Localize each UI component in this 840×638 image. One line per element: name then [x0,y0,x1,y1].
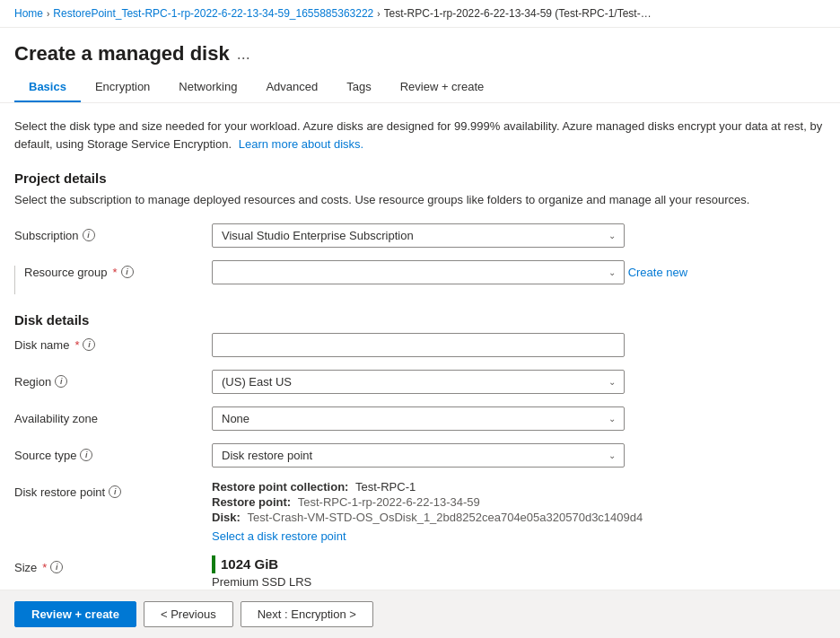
region-info-icon[interactable]: i [55,375,67,388]
next-button[interactable]: Next : Encryption > [241,601,373,627]
subscription-select[interactable]: Visual Studio Enterprise Subscription [212,223,625,248]
size-gib-value: 1024 GiB [212,555,826,573]
subscription-select-wrap: Visual Studio Enterprise Subscription ⌄ [212,223,625,248]
tab-advanced[interactable]: Advanced [251,73,332,102]
tabs: Basics Encryption Networking Advanced Ta… [0,73,840,103]
create-new-link[interactable]: Create new [628,266,687,279]
resource-group-vertical-line [14,266,15,294]
availability-zone-select[interactable]: None [212,406,625,431]
disk-restore-point-label: Disk restore point i [14,480,212,499]
source-type-control: Disk restore point ⌄ [212,443,826,468]
availability-zone-label: Availability zone [14,406,212,425]
subscription-control: Visual Studio Enterprise Subscription ⌄ [212,223,826,248]
availability-zone-select-wrap: None ⌄ [212,406,625,431]
restore-point-collection-line: Restore point collection: Test-RPC-1 [212,480,826,494]
review-create-button[interactable]: Review + create [14,601,136,627]
subscription-info-icon[interactable]: i [83,229,95,241]
main-content: Select the disk type and size needed for… [0,118,840,633]
tab-review-create[interactable]: Review + create [386,73,499,102]
region-label: Region i [14,370,212,389]
section-project-details-title: Project details [14,170,826,186]
resource-group-control: ⌄ Create new [212,260,826,284]
availability-zone-row: Availability zone None ⌄ [14,406,826,431]
source-type-info-icon[interactable]: i [80,449,92,461]
section-disk-details-title: Disk details [14,312,826,328]
resource-group-row: Resource group * i ⌄ Create new [14,260,826,294]
restore-point-line: Restore point: Test-RPC-1-rp-2022-6-22-1… [212,495,826,509]
disk-name-label: Disk name * i [14,333,212,352]
disk-name-control [212,333,826,357]
breadcrumb-home[interactable]: Home [14,7,43,20]
tab-networking[interactable]: Networking [164,73,251,102]
availability-zone-control: None ⌄ [212,406,826,431]
disk-name-row: Disk name * i [14,333,826,357]
tab-tags[interactable]: Tags [332,73,385,102]
source-type-select[interactable]: Disk restore point [212,443,625,468]
size-info-icon[interactable]: i [50,561,63,573]
page-title: Create a managed disk [14,42,230,66]
region-select[interactable]: (US) East US [212,370,625,394]
breadcrumb-current: Test-RPC-1-rp-2022-6-22-13-34-59 (Test-R… [384,7,653,20]
select-disk-restore-point-link[interactable]: Select a disk restore point [212,529,346,543]
resource-group-label: Resource group * i [24,266,134,279]
size-required: * [42,561,47,574]
source-type-label: Source type i [14,443,212,462]
resource-group-select-wrap: ⌄ [212,260,625,284]
page-options-button[interactable]: ... [237,45,250,64]
disk-name-info-icon[interactable]: i [83,338,95,351]
region-control: (US) East US ⌄ [212,370,826,394]
footer: Review + create < Previous Next : Encryp… [0,590,840,638]
breadcrumb: Home › RestorePoint_Test-RPC-1-rp-2022-6… [0,0,840,28]
resource-group-info-icon[interactable]: i [121,266,134,278]
resource-group-required: * [113,266,118,279]
page-title-row: Create a managed disk ... [0,28,840,73]
tab-basics[interactable]: Basics [14,73,81,102]
size-label: Size * i [14,555,212,574]
breadcrumb-restore-point[interactable]: RestorePoint_Test-RPC-1-rp-2022-6-22-13-… [53,7,373,20]
disk-name-input[interactable] [212,333,625,357]
source-type-select-wrap: Disk restore point ⌄ [212,443,625,468]
disk-restore-point-row: Disk restore point i Restore point colle… [14,480,826,543]
disk-name-required: * [74,338,79,352]
tab-encryption[interactable]: Encryption [81,73,164,102]
source-type-row: Source type i Disk restore point ⌄ [14,443,826,468]
previous-button[interactable]: < Previous [144,601,233,627]
subscription-row: Subscription i Visual Studio Enterprise … [14,223,826,248]
disk-line: Disk: Test-Crash-VM-STD-OS_OsDisk_1_2bd8… [212,511,826,524]
section-project-details-desc: Select the subscription to manage deploy… [14,191,826,209]
region-select-wrap: (US) East US ⌄ [212,370,625,394]
resource-group-select[interactable] [212,260,625,284]
region-row: Region i (US) East US ⌄ [14,370,826,394]
learn-more-link[interactable]: Learn more about disks. [239,137,363,151]
subscription-label: Subscription i [14,223,212,242]
disk-restore-point-info-icon[interactable]: i [109,485,121,498]
disk-restore-point-control: Restore point collection: Test-RPC-1 Res… [212,480,826,543]
size-type-value: Premium SSD LRS [212,575,826,589]
page-description: Select the disk type and size needed for… [14,118,826,153]
